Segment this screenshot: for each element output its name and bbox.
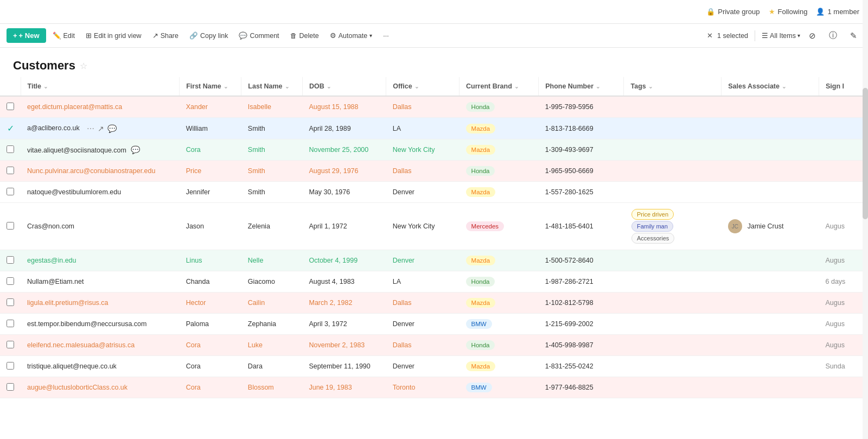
dob-value: November 2, 1983	[309, 341, 365, 349]
office-cell: Dallas	[386, 96, 459, 118]
phone-sort-icon: ⌄	[596, 84, 600, 90]
all-items-label: All Items	[770, 32, 796, 40]
edit-button[interactable]: ✏️ Edit	[48, 29, 80, 42]
new-button[interactable]: + + New	[7, 28, 46, 43]
more-button[interactable]: ···	[379, 29, 393, 42]
row-more-button[interactable]: ⋯	[87, 124, 94, 133]
row-checkbox[interactable]	[7, 103, 14, 110]
all-items-button[interactable]: ☰ All Items ▾	[762, 31, 800, 40]
row-checkbox[interactable]	[7, 188, 14, 195]
row-checkbox-cell[interactable]	[0, 182, 21, 203]
row-comment-button[interactable]: 💬	[107, 124, 117, 133]
lname-col-header[interactable]: Last Name ⌄	[241, 77, 303, 96]
phone-col-header[interactable]: Phone Number ⌄	[539, 77, 624, 96]
email-title[interactable]: augue@luctusloborticClass.co.uk	[27, 384, 127, 391]
filter-button[interactable]: ⊘	[805, 28, 820, 43]
office-cell: LA	[386, 118, 459, 139]
sales-col-label: Sales Associate	[728, 82, 780, 90]
phone-cell: 1-102-812-5798	[539, 292, 624, 314]
email-title[interactable]: Nullam@Etiam.net	[27, 278, 84, 285]
row-checkbox[interactable]	[7, 256, 14, 264]
row-checkbox[interactable]	[7, 320, 14, 327]
sign-value: Augus	[826, 222, 845, 230]
comment-button[interactable]: 💬 Comment	[234, 29, 283, 42]
brand-cell: Mazda	[459, 139, 539, 161]
row-checkbox[interactable]	[7, 383, 14, 391]
office-cell: Dallas	[386, 161, 459, 182]
email-title[interactable]: natoque@vestibulumlorem.edu	[27, 188, 121, 196]
email-title[interactable]: tristique.aliquet@neque.co.uk	[27, 362, 117, 370]
office-cell: Denver	[386, 356, 459, 377]
row-checkbox[interactable]	[7, 145, 14, 153]
edit-view-button[interactable]: ✎	[846, 28, 861, 43]
info-button[interactable]: ⓘ	[825, 28, 841, 43]
last-name: Dara	[248, 362, 263, 370]
office-col-header[interactable]: Office ⌄	[386, 77, 459, 96]
office-value: LA	[393, 125, 401, 132]
email-title[interactable]: vitae.aliquet@sociisnatoque.com	[27, 147, 126, 154]
automate-button[interactable]: ⚙ Automate ▾	[326, 29, 377, 42]
email-title[interactable]: Cras@non.com	[27, 222, 74, 230]
email-title[interactable]: eleifend.nec.malesuada@atrisus.ca	[27, 341, 135, 349]
dob-col-header[interactable]: DOB ⌄	[302, 77, 386, 96]
row-checkbox-cell[interactable]: ✓	[0, 118, 21, 139]
edit-grid-button[interactable]: ⊞ Edit in grid view	[81, 29, 146, 42]
row-share-button[interactable]: ↗	[98, 124, 104, 133]
office-value: LA	[393, 278, 401, 285]
row-checkbox[interactable]	[7, 277, 14, 285]
brand-cell: Mazda	[459, 118, 539, 139]
row-checkbox-cell[interactable]	[0, 292, 21, 314]
brand-col-header[interactable]: Current Brand ⌄	[459, 77, 539, 96]
sales-col-header[interactable]: Sales Associate ⌄	[722, 77, 819, 96]
row-checkbox[interactable]	[7, 341, 14, 348]
favorite-star-icon[interactable]: ☆	[80, 61, 87, 71]
row-checkbox-cell[interactable]	[0, 335, 21, 356]
row-checkbox-cell[interactable]	[0, 250, 21, 271]
title-cell: Nunc.pulvinar.arcu@conubianostraper.edu	[21, 161, 180, 182]
row-checkbox[interactable]	[7, 362, 14, 370]
row-checkbox-cell[interactable]	[0, 161, 21, 182]
scrollbar-thumb[interactable]	[863, 88, 868, 220]
copy-link-button[interactable]: 🔗 Copy link	[185, 29, 232, 42]
phone-value: 1-102-812-5798	[545, 299, 593, 307]
sign-cell	[819, 96, 868, 118]
lname-cell: Luke	[241, 335, 303, 356]
row-checkbox[interactable]	[7, 222, 14, 230]
scrollbar-track[interactable]	[863, 0, 868, 398]
row-checkbox-cell[interactable]	[0, 96, 21, 118]
phone-cell: 1-813-718-6669	[539, 118, 624, 139]
first-name: Cora	[186, 384, 201, 391]
row-checkbox-cell[interactable]	[0, 139, 21, 161]
fname-col-header[interactable]: First Name ⌄	[180, 77, 241, 96]
email-title[interactable]: Nunc.pulvinar.arcu@conubianostraper.edu	[27, 167, 155, 175]
row-checkbox-cell[interactable]	[0, 314, 21, 335]
sign-value: Augus	[826, 257, 845, 264]
close-icon[interactable]: ✕	[707, 31, 713, 40]
email-title[interactable]: egestas@in.edu	[27, 257, 76, 264]
following-item[interactable]: ★ Following	[769, 8, 808, 16]
delete-label: Delete	[299, 32, 319, 40]
sign-cell: Augus	[819, 314, 868, 335]
dob-cell: March 2, 1982	[302, 292, 386, 314]
email-title[interactable]: a@aclibero.co.uk	[27, 124, 80, 132]
phone-cell: 1-995-789-5956	[539, 96, 624, 118]
email-title[interactable]: ligula.elit.pretium@risus.ca	[27, 299, 108, 307]
phone-cell: 1-831-255-0242	[539, 356, 624, 377]
tags-col-header[interactable]: Tags ⌄	[624, 77, 722, 96]
share-button[interactable]: ↗ Share	[148, 29, 183, 42]
sales-cell	[722, 118, 819, 139]
row-checkbox-cell[interactable]	[0, 377, 21, 398]
row-checkbox-cell[interactable]	[0, 271, 21, 292]
office-cell: New York City	[386, 203, 459, 250]
email-title[interactable]: eget.dictum.placerat@mattis.ca	[27, 103, 122, 111]
lname-cell: Smith	[241, 161, 303, 182]
row-checkbox-cell[interactable]	[0, 356, 21, 377]
row-checkbox[interactable]	[7, 167, 14, 174]
email-title[interactable]: est.tempor.bibendum@neccursusa.com	[27, 320, 146, 328]
row-checkbox[interactable]	[7, 298, 14, 306]
private-group-item: 🔒 Private group	[706, 8, 760, 16]
row-checkbox-cell[interactable]	[0, 203, 21, 250]
delete-button[interactable]: 🗑 Delete	[286, 29, 323, 42]
title-col-header[interactable]: Title ⌄	[21, 77, 180, 96]
phone-value: 1-831-255-0242	[545, 362, 593, 370]
